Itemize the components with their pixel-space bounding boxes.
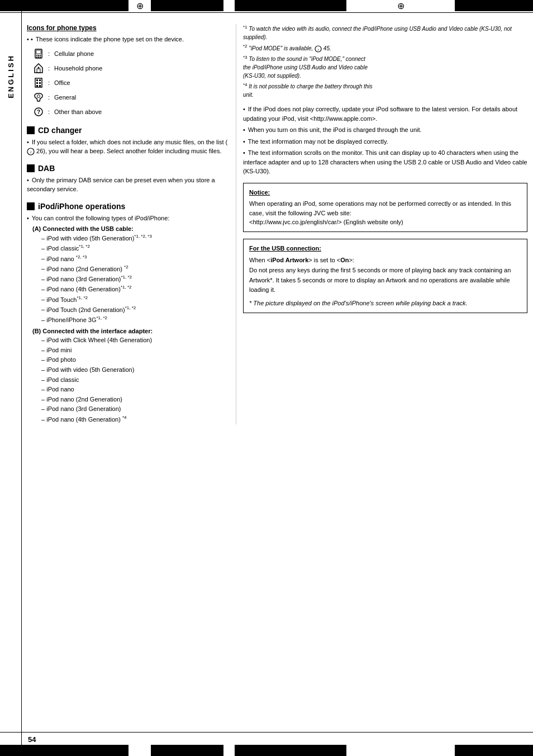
header-crosshair-right: ⊕ [346, 0, 455, 11]
footnote-1: *1 To watch the video with its audio, co… [243, 24, 527, 41]
adapter-item-6: iPod nano [32, 385, 228, 395]
ipod-box-icon [27, 202, 35, 210]
right-bullets: • If the iPod does not play correctly, u… [243, 105, 527, 176]
bottom-white-3 [346, 745, 455, 756]
office-icon [32, 77, 45, 89]
phone-row-office: : Office [32, 77, 228, 89]
svg-text:?: ? [37, 109, 40, 115]
usb-item-6: iPod nano (4th Generation)*1, *2 [32, 284, 228, 294]
svg-point-18 [37, 94, 40, 97]
dab-box-icon [27, 164, 35, 172]
header-white-2 [223, 0, 235, 11]
adapter-item-4: iPod with video (5th Generation) [32, 365, 228, 375]
svg-rect-13 [39, 79, 41, 81]
dab-title: DAB [38, 164, 55, 173]
svg-text:♪: ♪ [317, 47, 320, 51]
main-content: Icons for phone types • These icons indi… [21, 18, 533, 430]
notice-title: Notice: [249, 188, 521, 197]
cd-changer-section: CD changer • If you select a folder, whi… [27, 126, 228, 156]
footnote-2: *2 "iPod MODE" is available, ♪ 45. [243, 43, 527, 52]
adapter-item-2: iPod mini [32, 346, 228, 356]
svg-rect-12 [36, 79, 38, 81]
sidebar-language-label: ENGLISH [6, 52, 16, 101]
bottom-bar [0, 745, 533, 756]
svg-rect-1 [36, 50, 41, 54]
right-bullet-2: • When you turn on this unit, the iPod i… [243, 125, 527, 135]
sidebar-border [21, 11, 22, 756]
bottom-black-2 [151, 745, 223, 756]
adapter-heading: (B) Connected with the interface adapter… [27, 328, 228, 334]
right-column: *1 To watch the video with its audio, co… [239, 24, 533, 424]
usb-item-5: iPod nano (3rd Generation)*1, *2 [32, 274, 228, 284]
adapter-item-3: iPod photo [32, 355, 228, 365]
bottom-rule [0, 732, 533, 733]
header-black-3 [235, 0, 346, 11]
ipod-title: iPod/iPhone operations [38, 202, 125, 211]
cellular-label: Cellular phone [54, 50, 94, 57]
usb-connection-body: When <iPod Artwork> is set to <On>: Do n… [249, 256, 521, 295]
cd-changer-text: • If you select a folder, which does not… [27, 138, 228, 156]
household-icon [32, 62, 45, 74]
other-label: Other than above [54, 108, 102, 115]
adapter-items-list: iPod with Click Wheel (4th Generation) i… [27, 336, 228, 424]
svg-rect-5 [36, 56, 37, 58]
phone-row-cellular: : Cellular phone [32, 48, 228, 60]
footnote-4: *4 It is not possible to charge the batt… [243, 82, 527, 99]
svg-rect-16 [36, 85, 38, 87]
page-number: 54 [28, 735, 36, 744]
ipod-heading-row: iPod/iPhone operations [27, 202, 228, 211]
bottom-white-2 [223, 745, 235, 756]
usb-item-2: iPod classic*1, *2 [32, 243, 228, 253]
phone-row-household: : Household phone [32, 62, 228, 74]
notice-box: Notice: When operating an iPod, some ope… [243, 183, 527, 232]
dab-heading-row: DAB [27, 164, 228, 173]
adapter-item-1: iPod with Click Wheel (4th Generation) [32, 336, 228, 346]
svg-point-10 [38, 67, 40, 68]
column-divider [236, 24, 236, 424]
usb-item-4: iPod nano (2nd Generation) *2 [32, 264, 228, 274]
ipod-artwork-bold: iPod Artwork [270, 257, 308, 263]
bottom-white-1 [129, 745, 151, 756]
usb-item-7: iPod Touch*1, *2 [32, 295, 228, 305]
header-crosshair-left: ⊕ [129, 0, 151, 11]
general-icon [32, 91, 45, 103]
on-bold: On [340, 257, 349, 263]
phone-row-general: : General [32, 91, 228, 103]
svg-rect-4 [40, 55, 41, 56]
svg-rect-2 [36, 55, 37, 56]
phone-types-heading: Icons for phone types [27, 24, 228, 32]
page: ⊕ ⊕ ENGLISH Icons for phone types • Thes… [0, 0, 533, 756]
svg-rect-17 [39, 85, 41, 87]
cd-changer-heading-row: CD changer [27, 126, 228, 135]
right-bullet-1: • If the iPod does not play correctly, u… [243, 105, 527, 123]
header-black-1 [0, 0, 129, 11]
dab-text: • Only the primary DAB service can be pr… [27, 176, 228, 194]
ipod-section: iPod/iPhone operations • You can control… [27, 202, 228, 425]
header-black-4 [455, 0, 533, 11]
svg-rect-14 [36, 82, 38, 84]
sidebar: ENGLISH [0, 18, 21, 430]
adapter-item-9: iPod nano (4th Generation) *4 [32, 414, 228, 424]
left-column: Icons for phone types • These icons indi… [21, 24, 234, 424]
other-icon: ? [32, 106, 45, 118]
bottom-black-1 [0, 745, 129, 756]
usb-connection-box: For the USB connection: When <iPod Artwo… [243, 239, 527, 314]
top-header: ⊕ ⊕ [0, 0, 533, 11]
usb-item-8: iPod Touch (2nd Generation)*1, *2 [32, 305, 228, 315]
svg-rect-15 [39, 82, 41, 84]
phone-types-intro: • These icons indicate the phone type se… [27, 35, 228, 44]
svg-rect-6 [38, 56, 39, 58]
svg-rect-7 [40, 56, 41, 58]
svg-rect-11 [35, 78, 42, 87]
svg-rect-3 [38, 55, 39, 56]
bottom-black-3 [235, 745, 346, 756]
header-black-2 [151, 0, 223, 11]
general-label: General [54, 94, 76, 101]
svg-text:♪: ♪ [30, 150, 32, 154]
phone-types-list: : Cellular phone [32, 48, 228, 118]
usb-items-list: iPod with video (5th Generation)*1, *2, … [27, 233, 228, 325]
usb-footnote: * The picture displayed on the iPod's/iP… [249, 299, 521, 309]
household-label: Household phone [54, 65, 102, 72]
usb-item-1: iPod with video (5th Generation)*1, *2, … [32, 233, 228, 243]
adapter-item-8: iPod nano (3rd Generation) [32, 404, 228, 414]
